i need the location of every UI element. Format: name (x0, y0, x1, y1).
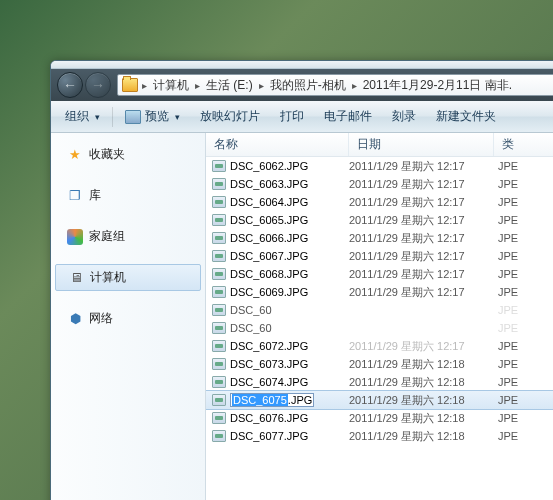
file-row[interactable]: DSC_6075.JPG2011/1/29 星期六 12:18JPE (206, 391, 553, 409)
image-file-icon (212, 178, 226, 190)
sidebar-network[interactable]: ⬢ 网络 (51, 305, 205, 332)
file-row[interactable]: DSC_6073.JPG2011/1/29 星期六 12:18JPE (206, 355, 553, 373)
image-file-icon (212, 268, 226, 280)
chevron-right-icon[interactable]: ▸ (193, 80, 202, 91)
sidebar-label: 家庭组 (89, 228, 125, 245)
file-row[interactable]: DSC_6066.JPG2011/1/29 星期六 12:17JPE (206, 229, 553, 247)
file-rows[interactable]: DSC_6062.JPG2011/1/29 星期六 12:17JPEDSC_60… (206, 157, 553, 500)
image-file-icon (212, 286, 226, 298)
chevron-right-icon[interactable]: ▸ (350, 80, 359, 91)
file-row[interactable]: DSC_6077.JPG2011/1/29 星期六 12:18JPE (206, 427, 553, 445)
file-list-area: 名称 日期 类 DSC_6062.JPG2011/1/29 星期六 12:17J… (206, 133, 553, 500)
file-type: JPE (494, 430, 553, 442)
rename-input[interactable]: DSC_6075.JPG (230, 393, 314, 407)
image-file-icon (212, 322, 226, 334)
slideshow-button[interactable]: 放映幻灯片 (190, 105, 270, 128)
file-row[interactable]: DSC_6076.JPG2011/1/29 星期六 12:18JPE (206, 409, 553, 427)
breadcrumb-segment[interactable]: 我的照片-相机 (266, 75, 350, 95)
chevron-right-icon[interactable]: ▸ (257, 80, 266, 91)
file-date: 2011/1/29 星期六 12:18 (349, 411, 494, 426)
file-type: JPE (494, 322, 553, 334)
chevron-right-icon[interactable]: ▸ (140, 80, 149, 91)
column-name[interactable]: 名称 (206, 133, 349, 156)
file-row[interactable]: DSC_6063.JPG2011/1/29 星期六 12:17JPE (206, 175, 553, 193)
preview-icon (125, 110, 141, 124)
file-row[interactable]: DSC_6065.JPG2011/1/29 星期六 12:17JPE (206, 211, 553, 229)
file-date: 2011/1/29 星期六 12:17 (349, 195, 494, 210)
file-row[interactable]: DSC_6069.JPG2011/1/29 星期六 12:17JPE (206, 283, 553, 301)
file-type: JPE (494, 214, 553, 226)
file-row[interactable]: DSC_6072.JPG2011/1/29 星期六 12:17JPE (206, 337, 553, 355)
file-type: JPE (494, 160, 553, 172)
image-file-icon (212, 358, 226, 370)
image-file-icon (212, 412, 226, 424)
file-date: 2011/1/29 星期六 12:17 (349, 267, 494, 282)
file-date: 2011/1/29 星期六 12:18 (349, 375, 494, 390)
breadcrumb-segment[interactable]: 2011年1月29-2月11日 南非. (359, 75, 516, 95)
file-type: JPE (494, 340, 553, 352)
column-date[interactable]: 日期 (349, 133, 494, 156)
sidebar-label: 网络 (89, 310, 113, 327)
file-row[interactable]: DSC_6064.JPG2011/1/29 星期六 12:17JPE (206, 193, 553, 211)
burn-button[interactable]: 刻录 (382, 105, 426, 128)
breadcrumb-segment[interactable]: 生活 (E:) (202, 75, 257, 95)
sidebar-favorites[interactable]: ★ 收藏夹 (51, 141, 205, 168)
file-type: JPE (494, 304, 553, 316)
file-date: 2011/1/29 星期六 12:17 (349, 339, 494, 354)
file-date: 2011/1/29 星期六 12:17 (349, 231, 494, 246)
sidebar-label: 库 (89, 187, 101, 204)
image-file-icon (212, 376, 226, 388)
folder-icon (122, 78, 138, 92)
preview-button[interactable]: 预览 ▾ (115, 105, 190, 128)
image-file-icon (212, 304, 226, 316)
file-name: DSC_6065.JPG (230, 214, 308, 226)
navbar: ← → ▸ 计算机 ▸ 生活 (E:) ▸ 我的照片-相机 ▸ 2011年1月2… (51, 69, 553, 101)
sidebar-label: 收藏夹 (89, 146, 125, 163)
titlebar[interactable] (51, 61, 553, 69)
file-name: DSC_6077.JPG (230, 430, 308, 442)
file-type: JPE (494, 178, 553, 190)
column-headers: 名称 日期 类 (206, 133, 553, 157)
computer-icon: 🖥 (68, 270, 84, 286)
file-name: DSC_60 (230, 322, 272, 334)
file-name: DSC_6072.JPG (230, 340, 308, 352)
toolbar: 组织 预览 ▾ 放映幻灯片 打印 电子邮件 刻录 新建文件夹 (51, 101, 553, 133)
breadcrumb-segment[interactable]: 计算机 (149, 75, 193, 95)
file-type: JPE (494, 196, 553, 208)
file-name: DSC_60 (230, 304, 272, 316)
file-row[interactable]: DSC_60JPE (206, 301, 553, 319)
sidebar-computer[interactable]: 🖥 计算机 (55, 264, 201, 291)
file-type: JPE (494, 376, 553, 388)
content-area: ★ 收藏夹 ❐ 库 家庭组 🖥 计算机 ⬢ 网络 (51, 133, 553, 500)
sidebar-libraries[interactable]: ❐ 库 (51, 182, 205, 209)
email-button[interactable]: 电子邮件 (314, 105, 382, 128)
image-file-icon (212, 232, 226, 244)
file-date: 2011/1/29 星期六 12:18 (349, 357, 494, 372)
file-row[interactable]: DSC_6067.JPG2011/1/29 星期六 12:17JPE (206, 247, 553, 265)
network-icon: ⬢ (67, 311, 83, 327)
file-date: 2011/1/29 星期六 12:18 (349, 429, 494, 444)
star-icon: ★ (67, 147, 83, 163)
sidebar-homegroup[interactable]: 家庭组 (51, 223, 205, 250)
file-date: 2011/1/29 星期六 12:17 (349, 177, 494, 192)
file-row[interactable]: DSC_6074.JPG2011/1/29 星期六 12:18JPE (206, 373, 553, 391)
file-name: DSC_6068.JPG (230, 268, 308, 280)
file-row[interactable]: DSC_60JPE (206, 319, 553, 337)
file-date: 2011/1/29 星期六 12:17 (349, 159, 494, 174)
forward-button[interactable]: → (85, 72, 111, 98)
file-row[interactable]: DSC_6062.JPG2011/1/29 星期六 12:17JPE (206, 157, 553, 175)
sidebar-label: 计算机 (90, 269, 126, 286)
image-file-icon (212, 340, 226, 352)
newfolder-button[interactable]: 新建文件夹 (426, 105, 506, 128)
file-name: DSC_6069.JPG (230, 286, 308, 298)
column-type[interactable]: 类 (494, 133, 553, 156)
image-file-icon (212, 394, 226, 406)
file-row[interactable]: DSC_6068.JPG2011/1/29 星期六 12:17JPE (206, 265, 553, 283)
separator (112, 107, 113, 127)
organize-button[interactable]: 组织 (55, 105, 110, 128)
print-button[interactable]: 打印 (270, 105, 314, 128)
file-name: DSC_6074.JPG (230, 376, 308, 388)
file-type: JPE (494, 358, 553, 370)
breadcrumb[interactable]: ▸ 计算机 ▸ 生活 (E:) ▸ 我的照片-相机 ▸ 2011年1月29-2月… (117, 74, 553, 96)
back-button[interactable]: ← (57, 72, 83, 98)
